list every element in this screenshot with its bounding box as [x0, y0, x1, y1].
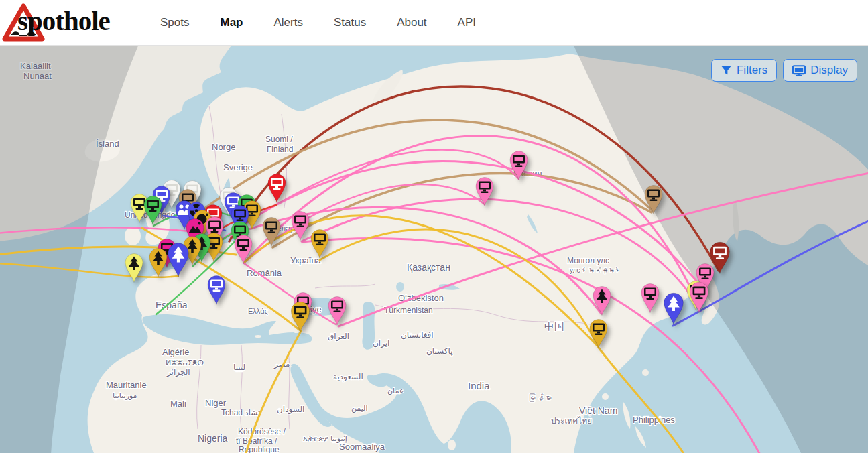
filters-button-label: Filters	[737, 64, 767, 77]
country-label: ⵍⵣⵣⴰⵢⴻⵔ	[166, 359, 204, 367]
map-canvas[interactable]: KalaallitNunaatÍslandNorgeSuomi /Finland…	[0, 46, 868, 453]
country-label: العراق	[328, 332, 349, 342]
country-label: улс ᠮᠣᠩᠭᠣᠯ	[570, 267, 622, 274]
country-label: Tchad تشاد	[221, 408, 260, 417]
landmass-cyprus	[294, 330, 299, 333]
country-label: Mauritanie	[106, 380, 147, 390]
country-label: Niger	[205, 398, 227, 408]
country-label: الجزائر	[166, 367, 190, 377]
country-label: Philippines	[633, 415, 675, 425]
country-label: Nigeria	[198, 433, 228, 444]
nav-item-about[interactable]: About	[397, 16, 442, 29]
country-label: Sverige	[223, 162, 253, 172]
display-monitor-icon	[792, 65, 806, 76]
nav-item-status[interactable]: Status	[334, 16, 382, 29]
map-controls: Filters Display	[711, 59, 857, 82]
nav-item-alerts[interactable]: Alerts	[273, 16, 318, 29]
lake-aral	[396, 282, 404, 292]
country-label: Algérie	[162, 347, 189, 357]
country-label: Norge	[212, 142, 235, 152]
brand-name: spothole	[17, 5, 110, 37]
country-label: ایران	[373, 338, 389, 348]
country-label: افغانستان	[401, 330, 434, 340]
landmass-srilanka	[448, 440, 456, 450]
country-label: Монгол улс	[567, 256, 609, 265]
country-label: ประเทศไทย	[551, 416, 592, 426]
country-label: Soomaaliya	[339, 442, 385, 452]
country-label: السودان	[277, 405, 304, 415]
top-navigation-bar: spothole SpotsMapAlertsStatusAboutAPI	[0, 0, 868, 46]
country-label: 中国	[544, 320, 564, 332]
landmass-hainan	[602, 393, 609, 400]
nav-item-api[interactable]: API	[458, 16, 492, 29]
landmass-crete	[255, 335, 261, 338]
landmass-sicily	[224, 318, 229, 324]
country-label: India	[468, 380, 490, 391]
world-map[interactable]: KalaallitNunaatÍslandNorgeSuomi /Finland…	[0, 46, 868, 453]
country-label: السعودية	[333, 372, 363, 382]
country-label: République	[239, 445, 280, 453]
country-label: Ködörösêse /	[238, 427, 286, 436]
country-label: عمان	[387, 387, 404, 395]
country-label: Україна	[290, 255, 322, 265]
landmass-ireland	[125, 226, 141, 245]
country-label: اليمن	[351, 404, 367, 413]
nav-item-spots[interactable]: Spots	[160, 16, 205, 29]
display-button-label: Display	[810, 64, 848, 77]
brand-logo[interactable]: spothole	[0, 0, 137, 45]
filters-button[interactable]: Filters	[711, 59, 777, 82]
country-label: Suomi /	[265, 135, 293, 144]
country-label: Қазақстан	[407, 262, 450, 273]
country-label: မြန်မာ	[528, 393, 552, 403]
country-label: ليبيا	[233, 363, 245, 372]
country-label: موريتانيا	[113, 391, 137, 400]
country-label: tî Bêafrîka /	[236, 436, 277, 446]
display-button[interactable]: Display	[783, 59, 857, 82]
filter-funnel-icon	[721, 65, 732, 76]
landmass-sardinia	[210, 305, 215, 313]
nav-item-map[interactable]: Map	[220, 16, 259, 29]
country-label: Ελλάς	[248, 307, 268, 315]
landmass-taiwan	[642, 369, 649, 376]
country-label: Việt Nam	[579, 405, 617, 416]
main-nav: SpotsMapAlertsStatusAboutAPI	[137, 16, 507, 29]
country-label: Mali	[170, 399, 186, 409]
country-label: Finland	[267, 145, 293, 154]
country-label: پاکستان	[426, 346, 453, 356]
